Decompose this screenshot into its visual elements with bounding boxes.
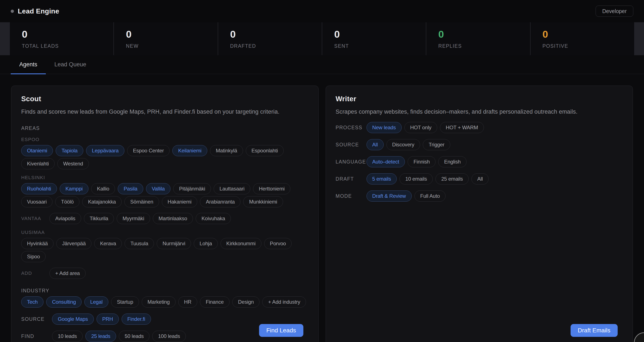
chip-marketing[interactable]: Marketing [142, 296, 176, 308]
row-source: SOURCEGoogle MapsPRHFinder.fi [21, 314, 308, 325]
chip-hot-only[interactable]: HOT only [404, 122, 437, 133]
chip-group-source: Google MapsPRHFinder.fi [52, 314, 308, 325]
chip-hr[interactable]: HR [178, 296, 197, 308]
chip-25-emails[interactable]: 25 emails [436, 173, 469, 184]
chip-group-uusimaa: HyvinkääJärvenpääKeravaTuusulaNurmijärvi… [21, 238, 308, 262]
draft-emails-button[interactable]: Draft Emails [570, 324, 618, 337]
chip-hyvink[interactable]: Hyvinkää [21, 238, 54, 249]
chip-hot-warm[interactable]: HOT + WARM [440, 122, 484, 133]
chip-finder-fi[interactable]: Finder.fi [122, 314, 151, 325]
stat-drafted: 0DRAFTED [218, 22, 322, 55]
chip-consulting[interactable]: Consulting [46, 296, 82, 308]
writer-card: Writer Scrapes company websites, finds d… [326, 86, 633, 342]
chip-espoo-center[interactable]: Espoo Center [127, 145, 170, 156]
row-label-language: LANGUAGE [336, 159, 366, 165]
chip-hakaniemi[interactable]: Hakaniemi [162, 196, 198, 208]
chip-vuosaari[interactable]: Vuosaari [21, 196, 52, 208]
row-label-vantaa: VANTAA [21, 216, 50, 221]
chip-5-emails[interactable]: 5 emails [366, 173, 397, 184]
stat-new: 0NEW [114, 22, 218, 55]
chip-new-leads[interactable]: New leads [366, 122, 402, 133]
chip-tuusula[interactable]: Tuusula [124, 238, 154, 249]
chip-martinlaakso[interactable]: Martinlaakso [153, 213, 193, 224]
scout-settings: AREASESPOOOtaniemiTapiolaLeppävaaraEspoo… [21, 126, 308, 342]
chip-kivenlahti[interactable]: Kivenlahti [21, 158, 54, 169]
stat-value: 0 [542, 29, 634, 40]
row-label-add: ADD [21, 270, 50, 276]
chip-arabianranta[interactable]: Arabianranta [200, 196, 240, 208]
scout-card-description: Finds and scores new leads from Google M… [21, 108, 308, 115]
chip-myyrm-ki[interactable]: Myyrmäki [117, 213, 150, 224]
chip-porvoo[interactable]: Porvoo [264, 238, 292, 249]
writer-card-description: Scrapes company websites, finds decision… [336, 108, 623, 115]
chip-full-auto[interactable]: Full Auto [414, 190, 446, 202]
agents-panel: Scout Finds and scores new leads from Go… [0, 86, 644, 342]
chip-pasila[interactable]: Pasila [118, 183, 143, 194]
writer-card-title: Writer [336, 95, 623, 103]
chip-english[interactable]: English [438, 156, 466, 167]
chip-westend[interactable]: Westend [58, 158, 89, 169]
developer-button[interactable]: Developer [596, 6, 633, 17]
chip-add-industry[interactable]: + Add industry [262, 296, 306, 308]
chip-all[interactable]: All [366, 139, 384, 150]
chip-vallila[interactable]: Vallila [146, 183, 171, 194]
chip-sipoo[interactable]: Sipoo [21, 251, 46, 262]
chip-finance[interactable]: Finance [200, 296, 230, 308]
chip-legal[interactable]: Legal [84, 296, 108, 308]
chip-draft-review[interactable]: Draft & Review [366, 190, 412, 202]
chip-finnish[interactable]: Finnish [408, 156, 436, 167]
chip-100-leads[interactable]: 100 leads [152, 331, 186, 342]
row-espoo: ESPOOOtaniemiTapiolaLeppävaaraEspoo Cent… [21, 137, 308, 169]
chip-pit-j-nm-ki[interactable]: Pitäjänmäki [173, 183, 211, 194]
chip-prh[interactable]: PRH [96, 314, 119, 325]
chip-10-emails[interactable]: 10 emails [400, 173, 433, 184]
chip-lauttasaari[interactable]: Lauttasaari [214, 183, 250, 194]
chip-t-l[interactable]: Töölö [55, 196, 80, 208]
chip-kallio[interactable]: Kallio [91, 183, 115, 194]
chip-espoonlahti[interactable]: Espoonlahti [246, 145, 284, 156]
find-leads-button[interactable]: Find Leads [259, 324, 303, 337]
chip-kamppi[interactable]: Kamppi [60, 183, 88, 194]
chip-katajanokka[interactable]: Katajanokka [82, 196, 122, 208]
row-draft: DRAFT5 emails10 emails25 emailsAll [336, 173, 623, 184]
chip-munkkiniemi[interactable]: Munkkiniemi [243, 196, 283, 208]
chip-google-maps[interactable]: Google Maps [52, 314, 94, 325]
chip-kirkkonummi[interactable]: Kirkkonummi [220, 238, 262, 249]
stat-value: 0 [230, 29, 322, 40]
chip-kerava[interactable]: Kerava [94, 238, 122, 249]
chip-10-leads[interactable]: 10 leads [52, 331, 83, 342]
row-label-espoo: ESPOO [21, 137, 308, 142]
row-language: LANGUAGEAuto–detectFinnishEnglish [336, 156, 623, 167]
chip-s-rn-inen[interactable]: Sörnäinen [124, 196, 159, 208]
chip-j-rvenp[interactable]: Järvenpää [56, 238, 92, 249]
tab-agents[interactable]: Agents [11, 55, 46, 74]
chip-add-area[interactable]: + Add area [50, 268, 86, 279]
chip-tikkurila[interactable]: Tikkurila [84, 213, 114, 224]
chip-nurmij-rvi[interactable]: Nurmijärvi [157, 238, 191, 249]
row-helsinki: HELSINKIRuoholahtiKamppiKallioPasilaVall… [21, 175, 308, 208]
chip-trigger[interactable]: Trigger [423, 139, 450, 150]
chip-25-leads[interactable]: 25 leads [86, 331, 116, 342]
chip-tapiola[interactable]: Tapiola [56, 145, 83, 156]
chip-auto-detect[interactable]: Auto–detect [366, 156, 405, 167]
chip-lohja[interactable]: Lohja [194, 238, 218, 249]
chip-ruoholahti[interactable]: Ruoholahti [21, 183, 57, 194]
row-label-uusimaa: UUSIMAA [21, 230, 308, 235]
chip-otaniemi[interactable]: Otaniemi [21, 145, 53, 156]
chip-lepp-vaara[interactable]: Leppävaara [86, 145, 124, 156]
chip-discovery[interactable]: Discovery [386, 139, 420, 150]
chip-aviapolis[interactable]: Aviapolis [50, 213, 81, 224]
chip-design[interactable]: Design [232, 296, 260, 308]
chip-keilaniemi[interactable]: Keilaniemi [172, 145, 207, 156]
chip-matinkyl[interactable]: Matinkylä [210, 145, 243, 156]
chip-group-helsinki: RuoholahtiKamppiKallioPasilaVallilaPitäj… [21, 183, 308, 208]
chip-herttoniemi[interactable]: Herttoniemi [253, 183, 290, 194]
chip-tech[interactable]: Tech [21, 296, 44, 308]
row-industry: INDUSTRYTechConsultingLegalStartupMarket… [21, 288, 308, 308]
chip-all[interactable]: All [472, 173, 488, 184]
tab-lead-queue[interactable]: Lead Queue [46, 55, 95, 74]
chip-startup[interactable]: Startup [111, 296, 139, 308]
chip-koivuhaka[interactable]: Koivuhaka [196, 213, 231, 224]
writer-settings: PROCESSNew leadsHOT onlyHOT + WARMSOURCE… [336, 122, 623, 202]
chip-50-leads[interactable]: 50 leads [119, 331, 150, 342]
